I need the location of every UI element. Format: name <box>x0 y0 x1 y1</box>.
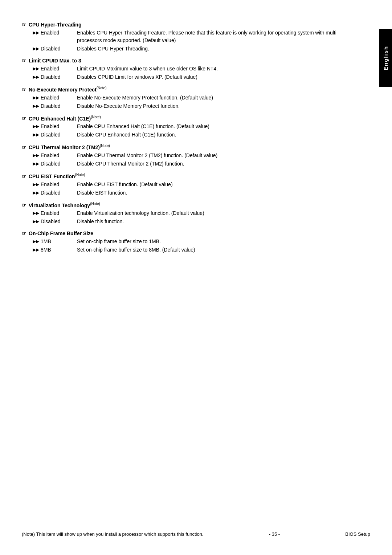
item-label: Enabled <box>41 29 77 44</box>
section-cpu-eist-function: ☞CPU EIST Function(Note)▶▶EnabledEnable … <box>22 173 352 197</box>
item-desc: Disables CPU Hyper Threading. <box>77 45 352 53</box>
item-bullet: ▶▶ <box>33 181 39 188</box>
page-container: English ☞CPU Hyper-Threading▶▶EnabledEna… <box>0 0 392 555</box>
section-title-virtualization-technology: ☞Virtualization Technology(Note) <box>22 202 352 208</box>
item-desc: Disable CPU Thermal Monitor 2 (TM2) func… <box>77 160 352 168</box>
item-row-cpu-thermal-monitor-1: ▶▶DisabledDisable CPU Thermal Monitor 2 … <box>33 160 352 168</box>
item-row-on-chip-frame-buffer-0: ▶▶1MBSet on-chip frame buffer size to 1M… <box>33 238 352 245</box>
item-label: Disabled <box>41 218 77 225</box>
item-bullet: ▶▶ <box>33 210 39 217</box>
content-area: ☞CPU Hyper-Threading▶▶EnabledEnables CPU… <box>22 15 352 254</box>
item-label: Enabled <box>41 152 77 159</box>
item-label: Enabled <box>41 181 77 188</box>
item-list-cpu-enhanced-halt: ▶▶EnabledEnable CPU Enhanced Halt (C1E) … <box>33 123 352 139</box>
item-row-cpu-enhanced-halt-0: ▶▶EnabledEnable CPU Enhanced Halt (C1E) … <box>33 123 352 130</box>
item-bullet: ▶▶ <box>33 123 39 130</box>
item-row-no-execute-memory-1: ▶▶DisabledDisable No-Execute Memory Prot… <box>33 102 352 110</box>
item-desc: Enable Virtualization technology functio… <box>77 209 352 217</box>
item-desc: Enables CPU Hyper Threading Feature. Ple… <box>77 29 352 44</box>
item-row-cpu-hyper-threading-0: ▶▶EnabledEnables CPU Hyper Threading Fea… <box>33 29 352 44</box>
section-no-execute-memory: ☞No-Execute Memory Protect(Note)▶▶Enable… <box>22 86 352 110</box>
section-title-text-no-execute-memory: No-Execute Memory Protect(Note) <box>29 86 107 93</box>
item-bullet: ▶▶ <box>33 29 39 44</box>
note-sup-cpu-eist-function: (Note) <box>75 173 85 177</box>
item-desc: Enable CPU Thermal Monitor 2 (TM2) funct… <box>77 152 352 159</box>
section-cpu-enhanced-halt: ☞CPU Enhanced Halt (C1E)(Note)▶▶EnabledE… <box>22 115 352 139</box>
item-bullet: ▶▶ <box>33 189 39 197</box>
section-cpu-thermal-monitor: ☞CPU Thermal Monitor 2 (TM2)(Note)▶▶Enab… <box>22 144 352 168</box>
item-row-no-execute-memory-0: ▶▶EnabledEnable No-Execute Memory Protec… <box>33 94 352 102</box>
section-icon-virtualization-technology: ☞ <box>22 202 26 208</box>
item-desc: Disable No-Execute Memory Protect functi… <box>77 102 352 110</box>
section-title-limit-cpuid: ☞Limit CPUID Max. to 3 <box>22 58 352 64</box>
section-on-chip-frame-buffer: ☞On-Chip Frame Buffer Size▶▶1MBSet on-ch… <box>22 230 352 254</box>
section-limit-cpuid: ☞Limit CPUID Max. to 3▶▶EnabledLimit CPU… <box>22 58 352 81</box>
item-row-on-chip-frame-buffer-1: ▶▶8MBSet on-chip frame buffer size to 8M… <box>33 246 352 254</box>
item-list-cpu-thermal-monitor: ▶▶EnabledEnable CPU Thermal Monitor 2 (T… <box>33 152 352 168</box>
item-bullet: ▶▶ <box>33 74 39 81</box>
item-list-no-execute-memory: ▶▶EnabledEnable No-Execute Memory Protec… <box>33 94 352 110</box>
item-list-limit-cpuid: ▶▶EnabledLimit CPUID Maximum value to 3 … <box>33 65 352 81</box>
section-title-text-cpu-enhanced-halt: CPU Enhanced Halt (C1E)(Note) <box>29 115 101 122</box>
section-icon-limit-cpuid: ☞ <box>22 58 26 64</box>
section-icon-cpu-hyper-threading: ☞ <box>22 22 26 28</box>
item-desc: Set on-chip frame buffer size to 8MB. (D… <box>77 246 352 254</box>
note-sup-no-execute-memory: (Note) <box>97 86 107 90</box>
section-icon-on-chip-frame-buffer: ☞ <box>22 230 26 236</box>
section-title-text-cpu-hyper-threading: CPU Hyper-Threading <box>29 22 81 28</box>
item-desc: Enable CPU Enhanced Halt (C1E) function.… <box>77 123 352 130</box>
item-bullet: ▶▶ <box>33 218 39 225</box>
item-row-cpu-eist-function-1: ▶▶DisabledDisable EIST function. <box>33 189 352 197</box>
item-bullet: ▶▶ <box>33 152 39 159</box>
item-desc: Disables CPUID Limit for windows XP. (De… <box>77 73 352 81</box>
item-label: Disabled <box>41 102 77 110</box>
item-bullet: ▶▶ <box>33 65 39 73</box>
item-row-cpu-hyper-threading-1: ▶▶DisabledDisables CPU Hyper Threading. <box>33 45 352 53</box>
section-title-cpu-enhanced-halt: ☞CPU Enhanced Halt (C1E)(Note) <box>22 115 352 122</box>
section-title-text-on-chip-frame-buffer: On-Chip Frame Buffer Size <box>29 230 93 236</box>
item-row-limit-cpuid-0: ▶▶EnabledLimit CPUID Maximum value to 3 … <box>33 65 352 73</box>
section-icon-no-execute-memory: ☞ <box>22 87 26 93</box>
section-title-text-cpu-eist-function: CPU EIST Function(Note) <box>29 173 85 179</box>
item-bullet: ▶▶ <box>33 45 39 53</box>
item-bullet: ▶▶ <box>33 103 39 110</box>
footer: (Note) This item will show up when you i… <box>22 529 370 537</box>
item-label: Enabled <box>41 65 77 73</box>
item-desc: Enable CPU EIST function. (Default value… <box>77 181 352 188</box>
item-desc: Disable EIST function. <box>77 189 352 197</box>
item-label: Disabled <box>41 160 77 168</box>
note-sup-cpu-enhanced-halt: (Note) <box>91 115 101 119</box>
footer-bios-label: BIOS Setup <box>345 531 370 537</box>
item-row-virtualization-technology-0: ▶▶EnabledEnable Virtualization technolog… <box>33 209 352 217</box>
footer-page-number: - 35 - <box>269 531 280 537</box>
item-bullet: ▶▶ <box>33 160 39 168</box>
item-label: Enabled <box>41 209 77 217</box>
item-bullet: ▶▶ <box>33 246 39 254</box>
section-icon-cpu-enhanced-halt: ☞ <box>22 115 26 121</box>
item-desc: Disable CPU Enhanced Halt (C1E) function… <box>77 131 352 139</box>
item-label: 8MB <box>41 246 77 254</box>
item-label: 1MB <box>41 238 77 245</box>
item-desc: Enable No-Execute Memory Protect functio… <box>77 94 352 102</box>
section-icon-cpu-eist-function: ☞ <box>22 174 26 179</box>
item-row-virtualization-technology-1: ▶▶DisabledDisable this function. <box>33 218 352 225</box>
item-bullet: ▶▶ <box>33 131 39 139</box>
section-cpu-hyper-threading: ☞CPU Hyper-Threading▶▶EnabledEnables CPU… <box>22 22 352 53</box>
section-title-cpu-thermal-monitor: ☞CPU Thermal Monitor 2 (TM2)(Note) <box>22 144 352 150</box>
item-list-cpu-eist-function: ▶▶EnabledEnable CPU EIST function. (Defa… <box>33 181 352 197</box>
item-label: Disabled <box>41 45 77 53</box>
item-row-cpu-eist-function-0: ▶▶EnabledEnable CPU EIST function. (Defa… <box>33 181 352 188</box>
item-desc: Limit CPUID Maximum value to 3 when use … <box>77 65 352 73</box>
section-title-on-chip-frame-buffer: ☞On-Chip Frame Buffer Size <box>22 230 352 236</box>
item-row-limit-cpuid-1: ▶▶DisabledDisables CPUID Limit for windo… <box>33 73 352 81</box>
note-sup-virtualization-technology: (Note) <box>90 202 100 206</box>
section-title-no-execute-memory: ☞No-Execute Memory Protect(Note) <box>22 86 352 93</box>
section-virtualization-technology: ☞Virtualization Technology(Note)▶▶Enable… <box>22 202 352 226</box>
sidebar-label: English <box>383 46 389 70</box>
item-desc: Disable this function. <box>77 218 352 225</box>
item-list-cpu-hyper-threading: ▶▶EnabledEnables CPU Hyper Threading Fea… <box>33 29 352 53</box>
item-label: Enabled <box>41 94 77 102</box>
item-label: Disabled <box>41 189 77 197</box>
item-desc: Set on-chip frame buffer size to 1MB. <box>77 238 352 245</box>
section-icon-cpu-thermal-monitor: ☞ <box>22 144 26 150</box>
